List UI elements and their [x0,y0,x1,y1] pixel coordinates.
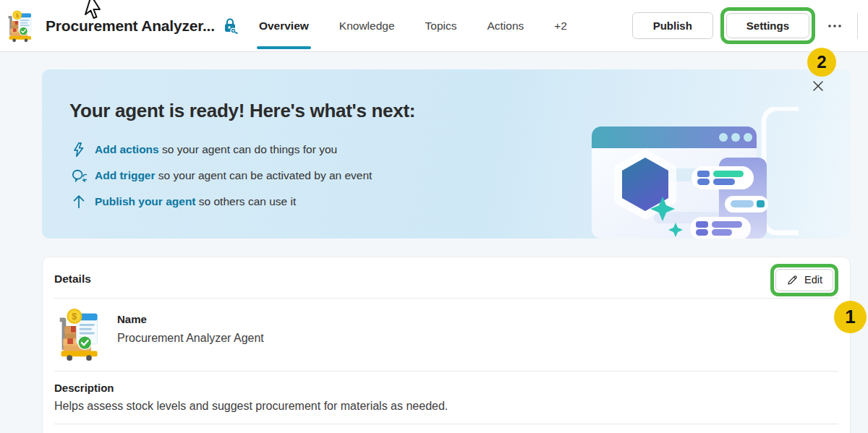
publish-button[interactable]: Publish [632,12,713,39]
add-trigger-link[interactable]: Add trigger [95,169,156,181]
list-item-publish-agent: Publish your agent so others can use it [71,193,372,210]
agent-name-row: Name Procurement Analyzer Agent [43,299,850,371]
list-item-add-actions: Add actions so your agent can do things … [71,141,372,158]
pencil-icon [786,274,799,286]
banner-item-rest: so your agent can do things for you [159,143,337,155]
banner-next-steps-list: Add actions so your agent can do things … [71,141,372,219]
tab-topics[interactable]: Topics [425,0,457,52]
arrow-up-icon [71,194,87,210]
name-field-label: Name [117,313,264,325]
ellipsis-icon [827,18,843,34]
agent-ready-illustration [582,107,799,239]
agent-logo-icon [6,9,36,43]
details-card-header: Details Edit [43,257,850,298]
list-item-add-trigger: Add trigger so your agent can be activat… [71,167,372,184]
agent-avatar-icon [54,308,107,361]
divider [54,424,838,424]
close-icon [812,80,825,93]
annotation-step-2-number: 2 [817,52,826,72]
tab-actions[interactable]: Actions [487,0,524,52]
authentication-lock-key-icon [221,17,239,35]
banner-heading: Your agent is ready! Here's what's next: [69,100,415,122]
banner-item-text: Publish your agent so others can use it [95,195,296,208]
mouse-cursor [81,0,106,22]
settings-button[interactable]: Settings [726,13,809,38]
details-card: Details Edit Name Procurement Analyzer A… [42,257,851,433]
edit-highlight-box: Edit [770,264,838,296]
chat-bubble-icon [71,168,87,184]
banner-item-rest: so others can use it [196,195,297,207]
publish-your-agent-link[interactable]: Publish your agent [95,195,196,207]
name-field-value: Procurement Analyzer Agent [117,332,264,345]
annotation-step-2-badge: 2 [807,48,836,77]
agent-ready-banner: Your agent is ready! Here's what's next:… [42,69,851,239]
agent-nav-tabs: Overview Knowledge Topics Actions +2 [259,0,567,52]
banner-close-button[interactable] [809,77,827,95]
annotation-step-1-number: 1 [845,306,855,328]
tab-overflow-plus2[interactable]: +2 [554,0,567,52]
annotation-step-1-badge: 1 [834,301,867,333]
lightning-icon [71,142,87,158]
header-actions: Publish Settings [632,7,861,44]
header-divider [857,13,858,39]
banner-item-rest: so your agent can be activated by an eve… [156,169,373,181]
description-field-label: Description [54,382,838,394]
description-block: Description Helps assess stock levels an… [43,372,850,424]
tab-knowledge[interactable]: Knowledge [339,0,395,52]
settings-highlight-box: Settings [720,7,815,44]
banner-item-text: Add trigger so your agent can be activat… [95,169,372,182]
banner-item-text: Add actions so your agent can do things … [95,143,337,156]
add-actions-link[interactable]: Add actions [95,143,159,155]
details-section-title: Details [54,273,91,286]
edit-button[interactable]: Edit [775,269,833,291]
name-block: Name Procurement Analyzer Agent [117,308,264,345]
description-field-value: Helps assess stock levels and suggest pr… [54,400,838,413]
page-title: Procurement Analyzer... [46,17,215,35]
edit-button-label: Edit [804,274,822,286]
app-header: Procurement Analyzer... Overview Knowled… [0,0,868,52]
tab-overview[interactable]: Overview [259,0,309,52]
more-options-button[interactable] [822,15,847,37]
